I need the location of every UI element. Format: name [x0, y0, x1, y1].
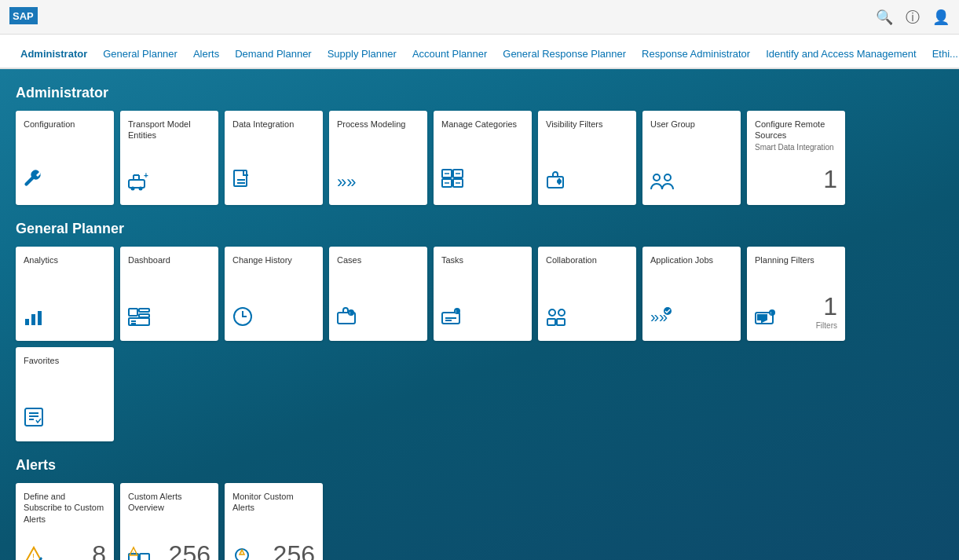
- tile-dashboard[interactable]: Dashboard: [120, 247, 218, 341]
- svg-rect-47: [547, 319, 555, 325]
- nav-item-general-response-planner[interactable]: General Response Planner: [495, 48, 634, 69]
- tile-manage-categories-title: Manage Categories: [441, 119, 524, 130]
- tile-visibility-filters[interactable]: Visibility Filters: [538, 111, 636, 205]
- document-icon: [232, 169, 251, 194]
- nav-bar: Administrator General Planner Alerts Dem…: [0, 35, 959, 69]
- tile-define-subscribe-alerts-title: Define and Subscribe to Custom Alerts: [24, 491, 106, 525]
- tile-favorites-title: Favorites: [24, 355, 106, 366]
- user-icon[interactable]: 👤: [932, 9, 950, 26]
- bar-chart-icon: [24, 308, 46, 330]
- tile-transport-model-entities-title: Transport Model Entities: [128, 119, 210, 141]
- nav-item-alerts[interactable]: Alerts: [185, 48, 227, 69]
- clock-icon: [232, 306, 253, 330]
- nav-item-general-planner[interactable]: General Planner: [95, 48, 185, 69]
- svg-rect-48: [557, 319, 565, 325]
- administrator-section: Administrator Configuration Tr: [16, 85, 943, 205]
- tile-manage-categories[interactable]: Manage Categories: [434, 111, 532, 205]
- svg-point-4: [139, 187, 143, 191]
- svg-point-45: [549, 309, 555, 316]
- arrows-icon: »»: [337, 172, 362, 194]
- custom-alerts-overview-count: 256: [169, 540, 210, 560]
- svg-rect-62: [140, 554, 149, 560]
- nav-item-demand-planner[interactable]: Demand Planner: [227, 48, 320, 69]
- nav-item-account-planner[interactable]: Account Planner: [404, 48, 495, 69]
- tile-define-subscribe-alerts[interactable]: Define and Subscribe to Custom Alerts ! …: [16, 483, 114, 560]
- tile-configure-remote-sources[interactable]: Configure Remote Sources Smart Data Inte…: [747, 111, 845, 205]
- svg-point-26: [664, 174, 671, 181]
- svg-text:!: !: [241, 551, 242, 555]
- tile-application-jobs-title: Application Jobs: [650, 254, 733, 265]
- nav-item-administrator[interactable]: Administrator: [13, 48, 95, 69]
- tile-change-history[interactable]: Change History: [225, 247, 323, 341]
- dashboard-icon: [128, 308, 150, 330]
- configure-remote-sources-count: 1: [823, 165, 837, 194]
- alerts-section-title: Alerts: [16, 457, 943, 474]
- nav-item-supply-planner[interactable]: Supply Planner: [320, 48, 404, 69]
- tile-analytics-title: Analytics: [24, 254, 106, 265]
- svg-rect-2: [129, 180, 145, 188]
- nav-item-response-administrator[interactable]: Response Administrator: [634, 48, 758, 69]
- define-subscribe-alerts-count: 8: [92, 540, 106, 560]
- tile-monitor-custom-alerts-title: Monitor Custom Alerts: [232, 491, 315, 514]
- briefcase-badge-icon: !: [337, 306, 359, 330]
- tile-planning-filters-title: Planning Filters: [755, 254, 837, 265]
- people-icon: [650, 172, 675, 194]
- administrator-tiles-grid: Configuration Transport Model Entities: [16, 111, 943, 205]
- collab-icon: [546, 306, 568, 330]
- svg-point-22: [558, 180, 561, 183]
- wrench-icon: [24, 169, 46, 194]
- tile-configuration[interactable]: Configuration: [16, 111, 114, 205]
- tile-application-jobs[interactable]: Application Jobs »»: [642, 247, 741, 341]
- alert-overview-icon: !: [128, 546, 150, 560]
- planning-filters-count-label: Filters: [816, 321, 837, 330]
- tile-collaboration[interactable]: Collaboration: [538, 247, 636, 341]
- svg-point-46: [558, 309, 565, 316]
- tile-collaboration-title: Collaboration: [546, 254, 628, 265]
- tile-tasks-title: Tasks: [441, 254, 524, 265]
- svg-text:!: !: [32, 553, 35, 560]
- tile-tasks[interactable]: Tasks !: [434, 247, 532, 341]
- svg-rect-32: [139, 314, 149, 317]
- tile-configure-remote-sources-title: Configure Remote Sources: [755, 119, 837, 141]
- alert-edit-icon: !: [24, 546, 44, 560]
- main-content: Administrator Configuration Tr: [0, 69, 959, 560]
- grid-icon: [441, 169, 463, 194]
- tile-monitor-custom-alerts[interactable]: Monitor Custom Alerts ! 256: [225, 483, 323, 560]
- nav-item-identity-access[interactable]: Identify and Access Management: [758, 48, 924, 69]
- svg-rect-31: [139, 309, 149, 312]
- tile-favorites[interactable]: Favorites: [16, 347, 114, 441]
- favorites-icon: [24, 407, 44, 430]
- search-icon[interactable]: 🔍: [876, 9, 893, 26]
- svg-point-25: [653, 174, 660, 181]
- tile-user-group-title: User Group: [650, 119, 733, 130]
- tile-analytics[interactable]: Analytics: [16, 247, 114, 341]
- svg-rect-27: [25, 319, 29, 325]
- alert-monitor-icon: !: [232, 546, 254, 560]
- tile-configuration-title: Configuration: [24, 119, 106, 130]
- tile-transport-model-entities[interactable]: Transport Model Entities +: [120, 111, 218, 205]
- svg-text:+: +: [144, 172, 148, 180]
- tile-custom-alerts-overview[interactable]: Custom Alerts Overview ! 256: [120, 483, 218, 560]
- general-planner-section: General Planner Analytics: [16, 221, 943, 441]
- briefcase-settings-icon: [546, 169, 568, 194]
- tile-data-integration-title: Data Integration: [232, 119, 315, 130]
- svg-marker-52: [758, 315, 767, 322]
- task-badge-icon: !: [441, 306, 463, 330]
- tile-process-modeling[interactable]: Process Modeling »»: [329, 111, 427, 205]
- tile-user-group[interactable]: User Group: [642, 111, 741, 205]
- nav-item-ethi[interactable]: Ethi...: [924, 48, 959, 69]
- sap-logo: SAP: [9, 7, 38, 27]
- tile-process-modeling-title: Process Modeling: [337, 119, 419, 130]
- help-icon[interactable]: ⓘ: [906, 8, 920, 27]
- tile-planning-filters[interactable]: Planning Filters ! 1 Filters: [747, 247, 845, 341]
- svg-text:»»: »»: [337, 172, 356, 191]
- tile-visibility-filters-title: Visibility Filters: [546, 119, 628, 130]
- app-jobs-icon: »»: [650, 306, 674, 330]
- svg-rect-29: [38, 311, 42, 325]
- tile-data-integration[interactable]: Data Integration: [225, 111, 323, 205]
- alerts-section: Alerts Define and Subscribe to Custom Al…: [16, 457, 943, 560]
- filter-badge-icon: !: [755, 308, 777, 330]
- planning-filters-count: 1: [816, 292, 837, 321]
- top-header: SAP 🔍 ⓘ 👤: [0, 0, 959, 35]
- tile-cases[interactable]: Cases !: [329, 247, 427, 341]
